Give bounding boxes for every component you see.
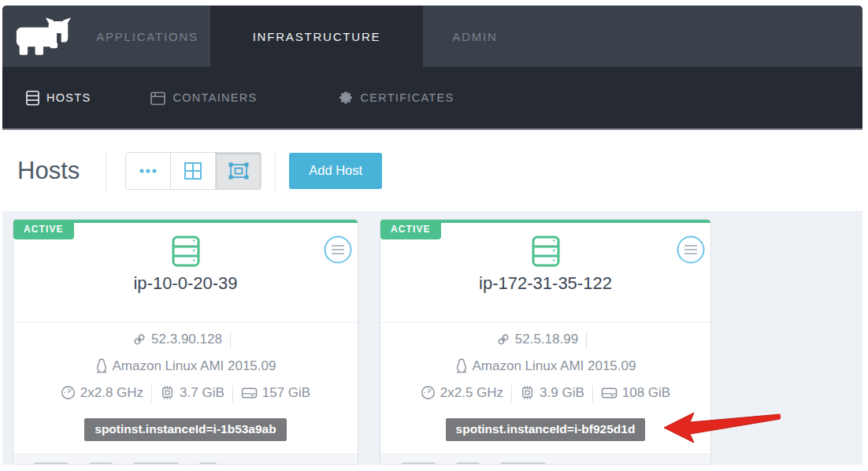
host-menu-button[interactable] bbox=[677, 236, 705, 264]
divider bbox=[592, 385, 593, 402]
host-disk: 108 GiB bbox=[622, 385, 670, 400]
truncated-content bbox=[89, 462, 113, 465]
subnav-item-label: CERTIFICATES bbox=[360, 91, 454, 104]
status-badge: ACTIVE bbox=[13, 220, 74, 239]
memory-icon bbox=[160, 385, 175, 400]
host-memory: 3.9 GiB bbox=[540, 385, 584, 400]
host-tag: spotinst.instanceId=i-1b53a9ab bbox=[84, 418, 286, 441]
tab-applications[interactable]: APPLICATIONS bbox=[84, 6, 210, 67]
host-ip: 52.3.90.128 bbox=[151, 332, 222, 347]
tag-row: spotinst.instanceId=i-bf925d1d bbox=[380, 406, 710, 441]
host-cpu: 2x2.8 GHz bbox=[80, 385, 143, 400]
truncated-content bbox=[456, 462, 480, 465]
ip-row: 52.3.90.128 bbox=[13, 326, 358, 353]
host-card-ip-172-31-35-122: ACTIVE bbox=[380, 219, 711, 465]
host-server-icon bbox=[172, 236, 200, 267]
grid-view-icon bbox=[184, 162, 202, 180]
host-tag: spotinst.instanceId=i-bf925d1d bbox=[446, 418, 646, 441]
subnav-item-label: HOSTS bbox=[46, 91, 91, 104]
status-badge: ACTIVE bbox=[380, 220, 441, 239]
host-menu-button[interactable] bbox=[324, 236, 352, 264]
truncated-content bbox=[199, 462, 217, 465]
host-name[interactable]: ip-10-0-20-39 bbox=[13, 273, 358, 322]
divider bbox=[232, 385, 233, 402]
rancher-logo[interactable] bbox=[2, 6, 84, 67]
linux-icon bbox=[95, 358, 108, 373]
truncated-content bbox=[34, 462, 69, 465]
certificates-icon bbox=[339, 91, 353, 105]
divider bbox=[586, 332, 587, 349]
view-dots-button[interactable] bbox=[126, 153, 171, 189]
divider bbox=[275, 150, 276, 191]
subnav-item-certificates[interactable]: CERTIFICATES bbox=[339, 91, 454, 105]
host-memory: 3.7 GiB bbox=[180, 385, 224, 400]
subnav-item-containers[interactable]: CONTAINERS bbox=[150, 91, 257, 106]
hosts-grid: ACTIVE bbox=[2, 211, 862, 465]
disk-icon bbox=[241, 386, 258, 400]
link-icon bbox=[132, 332, 147, 347]
top-nav: APPLICATIONS INFRASTRUCTURE ADMIN bbox=[2, 6, 862, 67]
view-expanded-button[interactable] bbox=[216, 153, 261, 189]
hosts-icon bbox=[26, 91, 39, 106]
view-grid-button[interactable] bbox=[171, 153, 216, 189]
divider bbox=[151, 385, 152, 402]
subnav-item-label: CONTAINERS bbox=[172, 91, 257, 104]
card-footer bbox=[380, 454, 710, 465]
rancher-cow-icon bbox=[15, 17, 72, 56]
cpu-gauge-icon bbox=[421, 385, 436, 400]
cpu-gauge-icon bbox=[61, 385, 76, 400]
host-ip: 52.5.18.99 bbox=[515, 332, 578, 347]
specs-row: 2x2.8 GHz 3.7 GiB 157 GiB bbox=[13, 380, 358, 406]
link-icon bbox=[496, 332, 510, 347]
card-details: 52.5.18.99 Amazon Linux AMI 2015.09 bbox=[380, 322, 710, 465]
host-name[interactable]: ip-172-31-35-122 bbox=[380, 273, 710, 322]
tab-infrastructure[interactable]: INFRASTRUCTURE bbox=[210, 6, 423, 67]
memory-icon bbox=[520, 385, 535, 400]
disk-icon bbox=[601, 386, 618, 400]
linux-icon bbox=[455, 358, 468, 373]
card-footer bbox=[13, 454, 358, 465]
ip-row: 52.5.18.99 bbox=[380, 326, 710, 353]
host-cpu: 2x2.5 GHz bbox=[440, 385, 503, 400]
host-server-icon bbox=[532, 236, 560, 267]
divider bbox=[230, 332, 231, 349]
card-details: 52.3.90.128 Amazon Linux AMI 2015.09 bbox=[13, 322, 358, 465]
menu-icon bbox=[324, 236, 352, 264]
app-window: APPLICATIONS INFRASTRUCTURE ADMIN HOSTS bbox=[0, 0, 868, 471]
host-card-ip-10-0-20-39: ACTIVE bbox=[13, 219, 358, 465]
truncated-content bbox=[133, 462, 179, 465]
menu-icon bbox=[677, 236, 705, 264]
specs-row: 2x2.5 GHz 3.9 GiB 108 GiB bbox=[380, 380, 710, 406]
dots-view-icon bbox=[139, 169, 157, 173]
page-header: Hosts bbox=[2, 130, 862, 211]
host-os: Amazon Linux AMI 2015.09 bbox=[473, 358, 636, 373]
divider bbox=[511, 385, 512, 402]
add-host-button[interactable]: Add Host bbox=[289, 153, 382, 189]
os-row: Amazon Linux AMI 2015.09 bbox=[380, 353, 710, 380]
os-row: Amazon Linux AMI 2015.09 bbox=[13, 353, 358, 380]
tag-row: spotinst.instanceId=i-1b53a9ab bbox=[13, 406, 358, 441]
expanded-view-icon bbox=[228, 162, 249, 180]
page: APPLICATIONS INFRASTRUCTURE ADMIN HOSTS bbox=[2, 6, 862, 465]
containers-icon bbox=[150, 91, 165, 106]
truncated-content bbox=[500, 462, 546, 465]
subnav-item-hosts[interactable]: HOSTS bbox=[26, 91, 91, 106]
truncated-content bbox=[401, 462, 436, 465]
sub-nav: HOSTS CONTAINERS bbox=[2, 67, 862, 130]
host-disk: 157 GiB bbox=[262, 385, 310, 400]
view-toggle-group bbox=[125, 152, 262, 190]
page-title: Hosts bbox=[17, 157, 80, 185]
divider bbox=[106, 150, 106, 191]
tab-admin[interactable]: ADMIN bbox=[423, 6, 527, 67]
host-os: Amazon Linux AMI 2015.09 bbox=[113, 358, 276, 373]
